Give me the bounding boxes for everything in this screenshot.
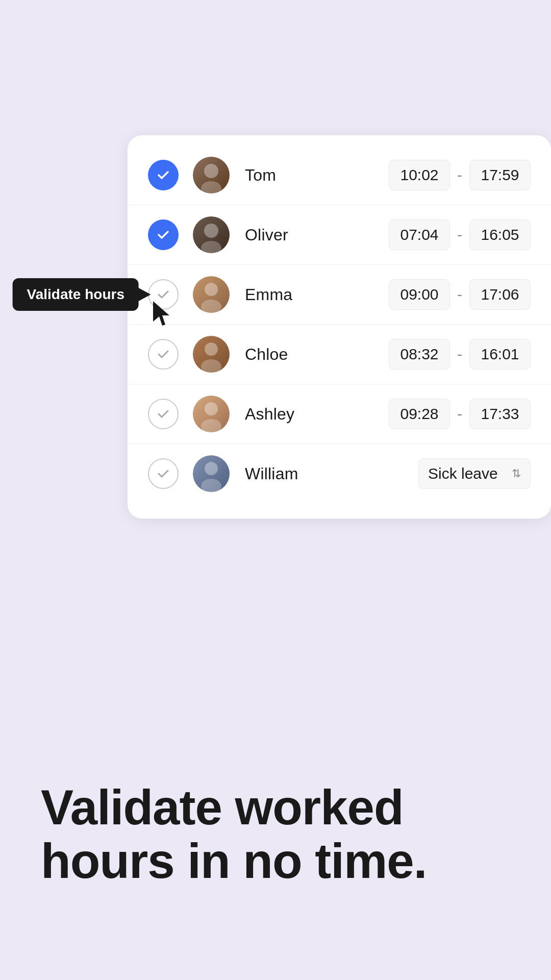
- employee-name-emma: Emma: [245, 285, 389, 304]
- svg-point-7: [201, 359, 221, 373]
- svg-point-11: [201, 479, 221, 492]
- bottom-heading-line2: hours in no time.: [41, 834, 427, 888]
- validate-checkbox-ashley[interactable]: [148, 399, 179, 429]
- time-group-chloe: 08:32 - 16:01: [389, 339, 531, 370]
- svg-point-2: [204, 224, 218, 238]
- time-start-oliver[interactable]: 07:04: [389, 219, 450, 250]
- validate-hours-tooltip: Validate hours: [13, 278, 139, 311]
- validate-checkbox-emma[interactable]: Validate hours: [148, 279, 179, 310]
- time-start-emma[interactable]: 09:00: [389, 279, 450, 310]
- bottom-heading-line1: Validate worked: [41, 780, 404, 835]
- validate-checkbox-chloe[interactable]: [148, 339, 179, 370]
- time-end-chloe[interactable]: 16:01: [469, 339, 531, 370]
- avatar-chloe: [193, 336, 230, 373]
- validate-checkbox-william[interactable]: [148, 458, 179, 489]
- employee-name-oliver: Oliver: [245, 226, 389, 244]
- avatar-william: [193, 455, 230, 492]
- avatar-emma: [193, 276, 230, 313]
- employee-row-tom: Tom 10:02 - 17:59: [128, 145, 551, 205]
- separator-tom: -: [457, 166, 462, 184]
- employee-name-ashley: Ashley: [245, 405, 389, 424]
- employee-row-ashley: Ashley 09:28 - 17:33: [128, 384, 551, 444]
- separator-oliver: -: [457, 226, 462, 243]
- svg-point-8: [205, 402, 218, 415]
- avatar-ashley: [193, 396, 230, 432]
- time-group-oliver: 07:04 - 16:05: [389, 219, 531, 250]
- avatar-tom: [193, 157, 230, 193]
- sick-leave-label: Sick leave: [428, 465, 498, 482]
- page-background: Tom 10:02 - 17:59 Oliver 07:: [0, 0, 551, 980]
- svg-point-1: [201, 181, 221, 193]
- employee-name-tom: Tom: [245, 166, 389, 185]
- bottom-heading: Validate worked hours in no time.: [41, 780, 510, 888]
- time-start-chloe[interactable]: 08:32: [389, 339, 450, 370]
- avatar-oliver: [193, 216, 230, 253]
- time-group-tom: 10:02 - 17:59: [389, 160, 531, 190]
- time-group-ashley: 09:28 - 17:33: [389, 399, 531, 429]
- svg-point-9: [201, 419, 221, 432]
- tooltip-arrow: [138, 287, 151, 302]
- time-end-oliver[interactable]: 16:05: [469, 219, 531, 250]
- employee-row-oliver: Oliver 07:04 - 16:05: [128, 205, 551, 265]
- bottom-heading-section: Validate worked hours in no time.: [41, 780, 510, 888]
- svg-point-10: [205, 462, 218, 475]
- employee-row-emma: Validate hours Emma 09:00 - 17:06: [128, 265, 551, 325]
- svg-point-5: [201, 300, 221, 313]
- validate-checkbox-oliver[interactable]: [148, 219, 179, 250]
- time-end-ashley[interactable]: 17:33: [469, 399, 531, 429]
- validate-checkbox-tom[interactable]: [148, 160, 179, 190]
- employee-name-chloe: Chloe: [245, 345, 389, 364]
- time-end-tom[interactable]: 17:59: [469, 160, 531, 190]
- time-start-ashley[interactable]: 09:28: [389, 399, 450, 429]
- tooltip-text: Validate hours: [27, 286, 124, 302]
- employee-row-chloe: Chloe 08:32 - 16:01: [128, 325, 551, 384]
- sick-leave-dropdown[interactable]: Sick leave ⇅: [418, 458, 531, 489]
- employees-card: Tom 10:02 - 17:59 Oliver 07:: [128, 135, 551, 519]
- time-end-emma[interactable]: 17:06: [469, 279, 531, 310]
- dropdown-arrows-icon: ⇅: [512, 467, 521, 480]
- svg-point-0: [204, 164, 218, 178]
- time-start-tom[interactable]: 10:02: [389, 160, 450, 190]
- svg-point-3: [201, 241, 221, 253]
- separator-ashley: -: [457, 405, 462, 423]
- time-group-emma: 09:00 - 17:06: [389, 279, 531, 310]
- svg-point-6: [205, 342, 218, 356]
- employee-row-william: William Sick leave ⇅: [128, 444, 551, 503]
- separator-emma: -: [457, 286, 462, 303]
- separator-chloe: -: [457, 346, 462, 363]
- svg-point-4: [205, 283, 218, 296]
- employee-name-william: William: [245, 464, 418, 483]
